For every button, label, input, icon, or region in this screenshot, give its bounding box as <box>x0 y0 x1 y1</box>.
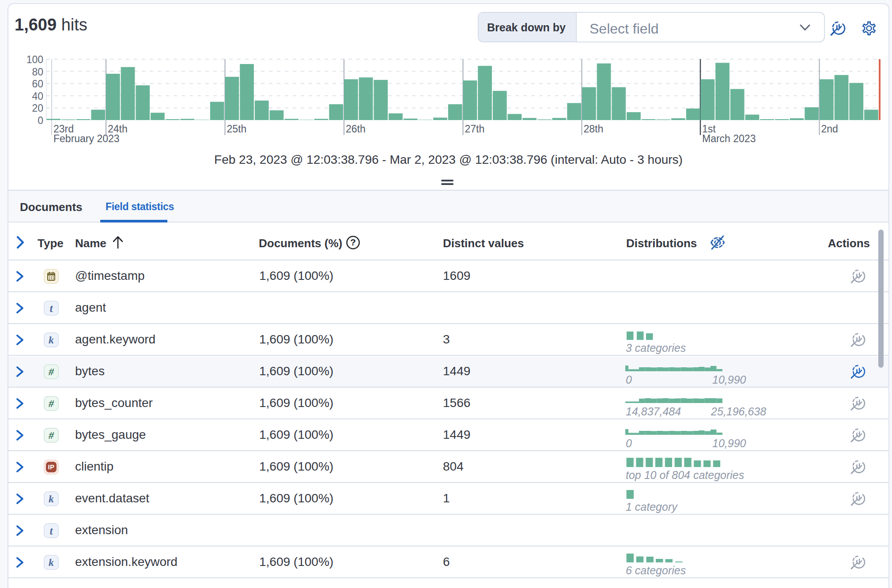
svg-text:25th: 25th <box>227 123 247 135</box>
svg-text:24th: 24th <box>108 123 128 135</box>
svg-text:27th: 27th <box>465 123 485 135</box>
svg-text:0: 0 <box>38 115 43 126</box>
svg-text:100: 100 <box>26 54 43 65</box>
svg-text:February 2023: February 2023 <box>53 133 120 144</box>
svg-text:28th: 28th <box>584 123 604 135</box>
svg-text:March 2023: March 2023 <box>702 133 756 144</box>
svg-text:2nd: 2nd <box>821 123 838 135</box>
svg-text:60: 60 <box>32 78 43 90</box>
svg-text:20: 20 <box>32 102 43 114</box>
svg-text:?: ? <box>350 237 356 247</box>
svg-text:26th: 26th <box>346 123 366 135</box>
svg-text:40: 40 <box>32 90 43 102</box>
svg-text:80: 80 <box>32 66 43 78</box>
